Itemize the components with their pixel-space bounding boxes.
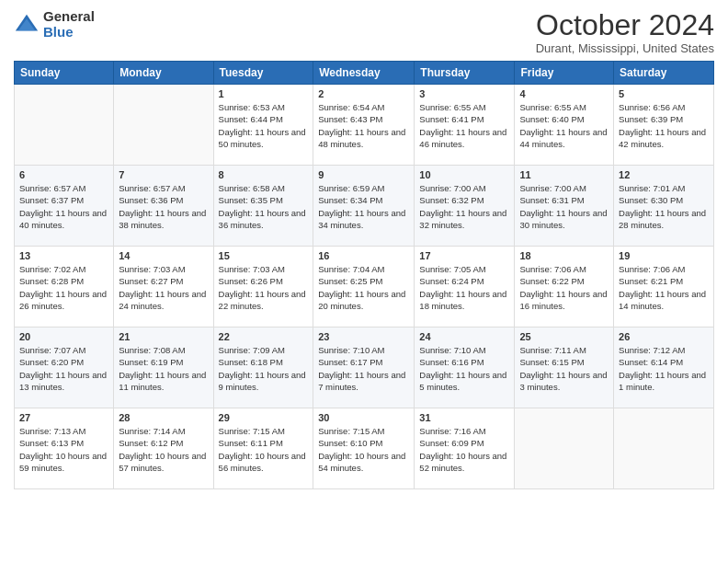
calendar-cell: 8Sunrise: 6:58 AM Sunset: 6:35 PM Daylig… [213, 166, 313, 247]
day-info: Sunrise: 7:06 AM Sunset: 6:22 PM Dayligh… [519, 263, 609, 312]
calendar-body: 1Sunrise: 6:53 AM Sunset: 6:44 PM Daylig… [15, 85, 714, 489]
calendar-cell: 24Sunrise: 7:10 AM Sunset: 6:16 PM Dayli… [415, 327, 515, 408]
calendar-cell [515, 408, 614, 489]
day-info: Sunrise: 6:55 AM Sunset: 6:41 PM Dayligh… [419, 101, 509, 150]
logo-general-text: General [43, 9, 95, 25]
day-number: 18 [519, 250, 609, 261]
day-number: 14 [119, 250, 208, 261]
calendar-cell: 19Sunrise: 7:06 AM Sunset: 6:21 PM Dayli… [614, 247, 714, 327]
location: Durant, Mississippi, United States [536, 41, 714, 55]
day-header-thursday: Thursday [415, 62, 515, 85]
day-info: Sunrise: 7:03 AM Sunset: 6:26 PM Dayligh… [219, 263, 309, 312]
day-number: 25 [519, 331, 609, 342]
logo-text: General Blue [43, 9, 95, 40]
day-info: Sunrise: 7:03 AM Sunset: 6:27 PM Dayligh… [119, 263, 208, 312]
calendar-cell: 16Sunrise: 7:04 AM Sunset: 6:25 PM Dayli… [313, 247, 415, 327]
day-info: Sunrise: 7:07 AM Sunset: 6:20 PM Dayligh… [19, 344, 108, 393]
calendar-cell: 28Sunrise: 7:14 AM Sunset: 6:12 PM Dayli… [114, 408, 213, 489]
calendar-week-2: 6Sunrise: 6:57 AM Sunset: 6:37 PM Daylig… [15, 166, 714, 247]
day-number: 8 [219, 169, 309, 180]
calendar-header: SundayMondayTuesdayWednesdayThursdayFrid… [15, 62, 714, 85]
calendar-cell: 6Sunrise: 6:57 AM Sunset: 6:37 PM Daylig… [15, 166, 114, 247]
day-number: 2 [318, 88, 409, 99]
calendar-cell: 29Sunrise: 7:15 AM Sunset: 6:11 PM Dayli… [213, 408, 313, 489]
day-info: Sunrise: 6:54 AM Sunset: 6:43 PM Dayligh… [318, 101, 409, 150]
day-info: Sunrise: 7:12 AM Sunset: 6:14 PM Dayligh… [619, 344, 709, 393]
page: General Blue October 2024 Durant, Missis… [0, 0, 728, 563]
day-info: Sunrise: 7:04 AM Sunset: 6:25 PM Dayligh… [318, 263, 409, 312]
day-number: 9 [318, 169, 409, 180]
day-number: 19 [619, 250, 709, 261]
calendar-week-4: 20Sunrise: 7:07 AM Sunset: 6:20 PM Dayli… [15, 327, 714, 408]
calendar-cell: 15Sunrise: 7:03 AM Sunset: 6:26 PM Dayli… [213, 247, 313, 327]
day-header-tuesday: Tuesday [213, 62, 313, 85]
day-number: 29 [219, 412, 309, 423]
day-number: 24 [419, 331, 509, 342]
day-info: Sunrise: 7:02 AM Sunset: 6:28 PM Dayligh… [19, 263, 108, 312]
calendar-cell: 10Sunrise: 7:00 AM Sunset: 6:32 PM Dayli… [415, 166, 515, 247]
calendar-cell: 22Sunrise: 7:09 AM Sunset: 6:18 PM Dayli… [213, 327, 313, 408]
calendar-cell: 23Sunrise: 7:10 AM Sunset: 6:17 PM Dayli… [313, 327, 415, 408]
calendar-cell: 26Sunrise: 7:12 AM Sunset: 6:14 PM Dayli… [614, 327, 714, 408]
logo-blue-text: Blue [43, 25, 95, 40]
day-info: Sunrise: 6:57 AM Sunset: 6:37 PM Dayligh… [19, 182, 108, 231]
logo: General Blue [14, 9, 95, 40]
day-info: Sunrise: 7:16 AM Sunset: 6:09 PM Dayligh… [419, 425, 509, 474]
day-info: Sunrise: 6:53 AM Sunset: 6:44 PM Dayligh… [219, 101, 309, 150]
calendar-week-3: 13Sunrise: 7:02 AM Sunset: 6:28 PM Dayli… [15, 247, 714, 327]
day-info: Sunrise: 6:56 AM Sunset: 6:39 PM Dayligh… [619, 101, 709, 150]
day-info: Sunrise: 7:15 AM Sunset: 6:10 PM Dayligh… [318, 425, 409, 474]
day-number: 1 [219, 88, 309, 99]
calendar-table: SundayMondayTuesdayWednesdayThursdayFrid… [14, 61, 714, 489]
calendar-cell: 25Sunrise: 7:11 AM Sunset: 6:15 PM Dayli… [515, 327, 614, 408]
day-number: 15 [219, 250, 309, 261]
day-info: Sunrise: 7:13 AM Sunset: 6:13 PM Dayligh… [19, 425, 108, 474]
day-number: 31 [419, 412, 509, 423]
day-info: Sunrise: 7:10 AM Sunset: 6:16 PM Dayligh… [419, 344, 509, 393]
day-number: 26 [619, 331, 709, 342]
day-info: Sunrise: 7:01 AM Sunset: 6:30 PM Dayligh… [619, 182, 709, 231]
day-info: Sunrise: 7:00 AM Sunset: 6:32 PM Dayligh… [419, 182, 509, 231]
day-number: 20 [19, 331, 108, 342]
day-header-saturday: Saturday [614, 62, 714, 85]
calendar-cell: 9Sunrise: 6:59 AM Sunset: 6:34 PM Daylig… [313, 166, 415, 247]
day-info: Sunrise: 7:14 AM Sunset: 6:12 PM Dayligh… [119, 425, 208, 474]
calendar-cell: 5Sunrise: 6:56 AM Sunset: 6:39 PM Daylig… [614, 85, 714, 166]
day-number: 23 [318, 331, 409, 342]
day-info: Sunrise: 7:09 AM Sunset: 6:18 PM Dayligh… [219, 344, 309, 393]
day-number: 11 [519, 169, 609, 180]
day-header-friday: Friday [515, 62, 614, 85]
day-number: 28 [119, 412, 208, 423]
day-info: Sunrise: 6:57 AM Sunset: 6:36 PM Dayligh… [119, 182, 208, 231]
day-number: 13 [19, 250, 108, 261]
day-number: 4 [519, 88, 609, 99]
calendar-cell: 13Sunrise: 7:02 AM Sunset: 6:28 PM Dayli… [15, 247, 114, 327]
day-info: Sunrise: 7:10 AM Sunset: 6:17 PM Dayligh… [318, 344, 409, 393]
day-info: Sunrise: 6:59 AM Sunset: 6:34 PM Dayligh… [318, 182, 409, 231]
calendar-cell: 3Sunrise: 6:55 AM Sunset: 6:41 PM Daylig… [415, 85, 515, 166]
calendar-cell: 1Sunrise: 6:53 AM Sunset: 6:44 PM Daylig… [213, 85, 313, 166]
day-info: Sunrise: 7:05 AM Sunset: 6:24 PM Dayligh… [419, 263, 509, 312]
calendar-cell: 30Sunrise: 7:15 AM Sunset: 6:10 PM Dayli… [313, 408, 415, 489]
day-number: 12 [619, 169, 709, 180]
day-number: 5 [619, 88, 709, 99]
calendar-cell: 31Sunrise: 7:16 AM Sunset: 6:09 PM Dayli… [415, 408, 515, 489]
calendar-cell: 7Sunrise: 6:57 AM Sunset: 6:36 PM Daylig… [114, 166, 213, 247]
day-number: 6 [19, 169, 108, 180]
day-info: Sunrise: 6:55 AM Sunset: 6:40 PM Dayligh… [519, 101, 609, 150]
day-info: Sunrise: 7:11 AM Sunset: 6:15 PM Dayligh… [519, 344, 609, 393]
day-info: Sunrise: 7:00 AM Sunset: 6:31 PM Dayligh… [519, 182, 609, 231]
day-header-monday: Monday [114, 62, 213, 85]
day-number: 22 [219, 331, 309, 342]
day-info: Sunrise: 7:15 AM Sunset: 6:11 PM Dayligh… [219, 425, 309, 474]
calendar-cell: 12Sunrise: 7:01 AM Sunset: 6:30 PM Dayli… [614, 166, 714, 247]
calendar-cell: 4Sunrise: 6:55 AM Sunset: 6:40 PM Daylig… [515, 85, 614, 166]
day-header-row: SundayMondayTuesdayWednesdayThursdayFrid… [15, 62, 714, 85]
day-number: 21 [119, 331, 208, 342]
title-block: October 2024 Durant, Mississippi, United… [536, 9, 714, 55]
calendar-cell: 20Sunrise: 7:07 AM Sunset: 6:20 PM Dayli… [15, 327, 114, 408]
day-number: 27 [19, 412, 108, 423]
day-number: 16 [318, 250, 409, 261]
day-number: 10 [419, 169, 509, 180]
calendar-cell: 17Sunrise: 7:05 AM Sunset: 6:24 PM Dayli… [415, 247, 515, 327]
